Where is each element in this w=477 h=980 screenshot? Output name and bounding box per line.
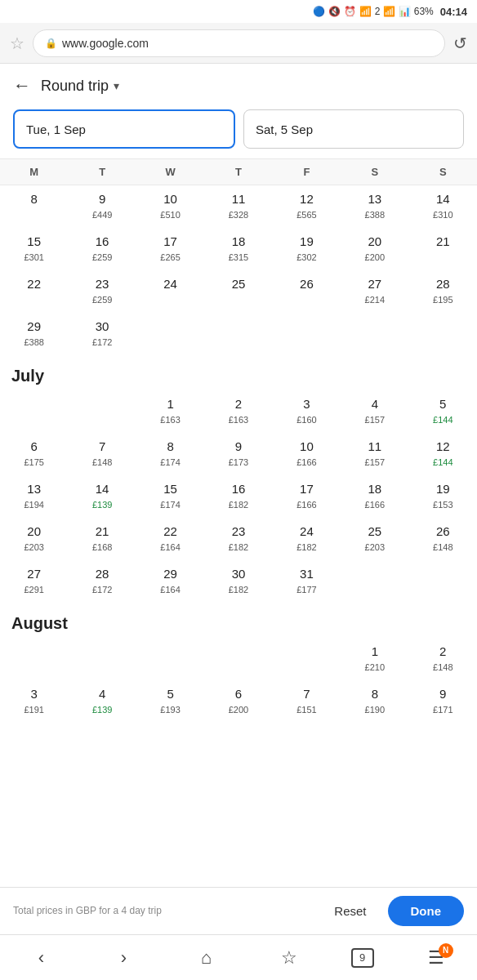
calendar-day[interactable]: 12£565 (273, 185, 341, 228)
calendar-day[interactable]: 22£164 (136, 518, 204, 560)
calendar-day[interactable]: 26£148 (409, 518, 477, 560)
return-date-field[interactable]: Sat, 5 Sep (243, 109, 464, 149)
calendar-day[interactable]: 21 (409, 228, 477, 270)
calendar-day[interactable]: 23£182 (204, 518, 272, 560)
day-price: £182 (296, 542, 316, 552)
calendar-day[interactable]: 19£302 (273, 228, 341, 270)
trip-type-selector[interactable]: Round trip ▾ (41, 78, 119, 95)
calendar-day[interactable]: 2£163 (204, 390, 272, 433)
day-number: 19 (436, 480, 450, 499)
calendar-day[interactable]: 9£173 (204, 433, 272, 475)
calendar-day[interactable]: 11£157 (341, 433, 408, 475)
menu-button[interactable]: ☰ N (416, 940, 457, 976)
calendar-day[interactable]: 4£157 (341, 390, 408, 433)
day-price: £139 (92, 705, 112, 715)
calendar-day[interactable]: 12£144 (409, 433, 477, 475)
calendar-day[interactable]: 13£194 (0, 475, 68, 518)
calendar-day[interactable]: 16£259 (68, 228, 136, 270)
calendar-day[interactable]: 29£164 (136, 560, 204, 603)
calendar-day[interactable]: 10£510 (136, 185, 204, 228)
calendar-day[interactable]: 3£191 (0, 680, 68, 723)
calendar-day[interactable]: 4£139 (68, 680, 136, 723)
bookmark-icon[interactable]: ☆ (10, 33, 25, 53)
calendar-day[interactable]: 15£174 (136, 475, 204, 518)
bookmarks-button[interactable]: ☆ (269, 940, 310, 976)
calendar-day[interactable]: 21£168 (68, 518, 136, 560)
dow-cell: S (409, 159, 477, 185)
calendar-grid: 1£1632£1633£1604£1575£1446£1757£1488£174… (0, 390, 477, 603)
calendar-day[interactable]: 5£144 (409, 390, 477, 433)
calendar-day[interactable]: 24 (136, 270, 204, 313)
calendar-day[interactable]: 27£291 (0, 560, 68, 603)
day-price: £565 (296, 210, 316, 220)
calendar-day[interactable]: 16£182 (204, 475, 272, 518)
calendar-day[interactable]: 28£195 (409, 270, 477, 313)
browser-back-button[interactable]: ‹ (21, 940, 62, 976)
home-button[interactable]: ⌂ (186, 940, 227, 976)
calendar-day[interactable]: 8£174 (136, 433, 204, 475)
calendar-day[interactable]: 2£148 (409, 638, 477, 680)
calendar-day[interactable]: 20£200 (341, 228, 408, 270)
calendar-day[interactable]: 8 (0, 185, 68, 228)
day-price: £144 (433, 415, 452, 425)
url-bar[interactable]: 🔒 www.google.com (33, 29, 445, 57)
calendar-day[interactable]: 17£166 (273, 475, 341, 518)
day-number: 10 (163, 190, 177, 209)
calendar-day[interactable]: 27£214 (341, 270, 408, 313)
calendar-day[interactable]: 13£388 (341, 185, 408, 228)
day-number: 31 (300, 565, 314, 584)
day-number: 10 (300, 438, 314, 457)
browser-forward-button[interactable]: › (104, 940, 145, 976)
day-number: 12 (436, 438, 450, 457)
calendar-day[interactable]: 22 (0, 270, 68, 313)
calendar-day[interactable]: 5£193 (136, 680, 204, 723)
calendar-day[interactable]: 1£163 (136, 390, 204, 433)
reload-button[interactable]: ↺ (453, 33, 467, 53)
calendar-day[interactable]: 28£172 (68, 560, 136, 603)
calendar-day[interactable]: 18£315 (204, 228, 272, 270)
calendar-day[interactable]: 18£166 (341, 475, 408, 518)
calendar-day[interactable]: 31£177 (273, 560, 341, 603)
calendar-day[interactable]: 15£301 (0, 228, 68, 270)
calendar-day[interactable]: 25£203 (341, 518, 408, 560)
calendar-day[interactable]: 10£166 (273, 433, 341, 475)
day-price: £291 (24, 585, 43, 595)
calendar-day[interactable]: 23£259 (68, 270, 136, 313)
calendar-day[interactable]: 25 (204, 270, 272, 313)
day-number: 29 (27, 318, 41, 336)
calendar-day[interactable]: 30£172 (68, 313, 136, 355)
day-of-week-header: MTWTFSS (0, 158, 477, 185)
calendar-day[interactable]: 26 (273, 270, 341, 313)
day-price: £153 (433, 500, 452, 510)
tabs-button[interactable]: 9 (351, 948, 374, 968)
dropdown-arrow-icon: ▾ (114, 79, 119, 92)
calendar-day[interactable]: 11£328 (204, 185, 272, 228)
calendar-day[interactable]: 1£210 (341, 638, 408, 680)
day-number: 9 (439, 685, 446, 704)
calendar-grid: 1£2102£1483£1914£1395£1936£2007£1518£190… (0, 638, 477, 723)
calendar-day[interactable]: 9£449 (68, 185, 136, 228)
calendar-day[interactable]: 19£153 (409, 475, 477, 518)
calendar-day[interactable]: 9£171 (409, 680, 477, 723)
calendar-day[interactable]: 17£265 (136, 228, 204, 270)
departure-date-field[interactable]: Tue, 1 Sep (13, 109, 235, 149)
calendar-day[interactable]: 3£160 (273, 390, 341, 433)
calendar-day[interactable]: 8£190 (341, 680, 408, 723)
done-button[interactable]: Done (388, 896, 465, 926)
day-price: £190 (365, 705, 385, 715)
calendar-day[interactable]: 29£388 (0, 313, 68, 355)
calendar-day[interactable]: 7£151 (273, 680, 341, 723)
signal-icon: 📶 (383, 6, 395, 17)
calendar-day[interactable]: 30£182 (204, 560, 272, 603)
reset-button[interactable]: Reset (321, 898, 379, 924)
calendar-day[interactable]: 14£310 (409, 185, 477, 228)
calendar-day[interactable]: 14£139 (68, 475, 136, 518)
calendar-day[interactable]: 6£200 (204, 680, 272, 723)
footer-note: Total prices in GBP for a 4 day trip (13, 904, 313, 918)
calendar-day[interactable]: 7£148 (68, 433, 136, 475)
back-button[interactable]: ← (13, 75, 31, 96)
calendar-day[interactable]: 6£175 (0, 433, 68, 475)
calendar-day[interactable]: 20£203 (0, 518, 68, 560)
day-number: 7 (303, 685, 310, 704)
calendar-day[interactable]: 24£182 (273, 518, 341, 560)
